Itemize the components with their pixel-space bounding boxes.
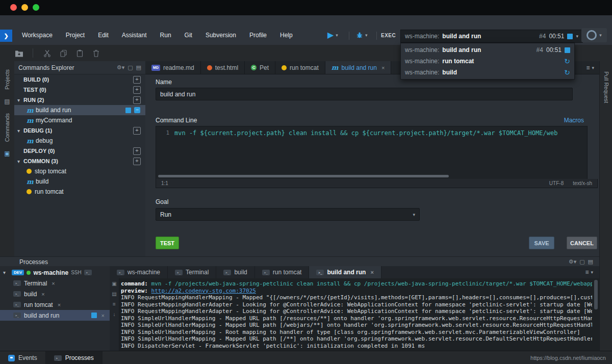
test-button[interactable]: TEST: [156, 237, 179, 249]
editor-tab-readme-md[interactable]: MDreadme.md: [145, 61, 201, 74]
maximize-panel-icon[interactable]: ▤: [588, 258, 593, 265]
add-command-button[interactable]: +: [133, 86, 141, 94]
process-tab-build[interactable]: >_build: [216, 266, 254, 278]
editor-tab-run-tomcat[interactable]: run tomcat: [275, 61, 325, 74]
add-command-button[interactable]: +: [133, 158, 141, 165]
save-button[interactable]: SAVE: [529, 237, 554, 249]
projects-panel-tab[interactable]: Projects: [4, 69, 10, 90]
close-process-icon[interactable]: ×: [41, 291, 44, 297]
vertical-scrollbar[interactable]: [594, 280, 598, 309]
close-tab-icon[interactable]: ×: [370, 269, 373, 275]
process-item-build-and-run[interactable]: >_build and run×: [0, 310, 110, 321]
close-process-icon[interactable]: ×: [101, 313, 105, 319]
dropdown-process-build[interactable]: ws-machine:build↻: [401, 67, 574, 78]
machine-perspective-button[interactable]: ▾: [581, 28, 607, 42]
macros-link[interactable]: Macros: [564, 117, 584, 124]
command-group-run-2[interactable]: ▾RUN (2)+: [14, 95, 145, 105]
command-group-deploy-0[interactable]: DEPLOY (0)+: [14, 146, 145, 156]
process-item-run-tomcat[interactable]: >_run tomcat×: [0, 299, 110, 310]
rerun-process-icon[interactable]: ↻: [564, 58, 570, 65]
menu-help[interactable]: Help: [273, 32, 299, 39]
import-project-button[interactable]: [14, 48, 23, 58]
che-logo-icon[interactable]: ❯: [0, 30, 12, 42]
menu-subversion[interactable]: Subversion: [199, 32, 243, 39]
close-window-button[interactable]: [10, 4, 17, 11]
command-item-build[interactable]: mbuild: [14, 176, 145, 187]
add-command-button[interactable]: +: [133, 96, 141, 104]
command-line-editor[interactable]: 1 mvn -f ${current.project.path} clean i…: [156, 126, 588, 180]
menu-git[interactable]: Git: [178, 32, 199, 39]
process-tab-ws-machine[interactable]: >_ws-machine: [110, 266, 168, 278]
process-tab-terminal[interactable]: >_Terminal: [168, 266, 216, 278]
add-command-button[interactable]: +: [133, 76, 141, 84]
goal-select[interactable]: Run ▾: [156, 208, 420, 221]
close-process-icon[interactable]: ×: [58, 302, 61, 308]
stop-process-icon[interactable]: [567, 34, 573, 39]
close-tab-icon[interactable]: ×: [381, 65, 385, 71]
gear-icon[interactable]: ⚙▾: [569, 258, 576, 265]
menu-profile[interactable]: Profile: [243, 32, 273, 39]
add-command-button[interactable]: +: [133, 147, 141, 155]
panel-icon[interactable]: ▤: [4, 98, 10, 105]
stop-process-icon[interactable]: [565, 47, 570, 53]
menu-workspace[interactable]: Workspace: [15, 32, 59, 39]
add-command-button[interactable]: +: [133, 127, 141, 135]
dropdown-process-run-tomcat[interactable]: ws-machine:run tomcat↻: [401, 56, 574, 67]
tab-list-menu-button[interactable]: ≡ ▾: [581, 61, 599, 74]
chevron-down-icon[interactable]: ▾: [576, 34, 578, 39]
stop-process-icon[interactable]: [91, 313, 97, 318]
horizontal-scrollbar[interactable]: [158, 175, 449, 177]
machine-panel-icon[interactable]: ▣: [4, 150, 10, 157]
process-item-build[interactable]: >_build×: [0, 289, 110, 299]
commands-panel-tab[interactable]: Commands: [4, 113, 10, 142]
command-item-debug[interactable]: mdebug: [14, 136, 145, 146]
process-machine-row[interactable]: ▾DEVws-machineSSH>_: [0, 267, 110, 278]
command-output-icon[interactable]: –: [134, 107, 140, 113]
minimize-window-button[interactable]: [21, 4, 28, 11]
command-item-run-tomcat[interactable]: run tomcat: [14, 187, 145, 197]
delete-button[interactable]: [91, 48, 100, 58]
copy-button[interactable]: [59, 48, 68, 58]
dropdown-process-build-and-run[interactable]: ws-machine:build and run#400:51: [401, 44, 574, 56]
debug-command-button[interactable]: ▾: [353, 28, 371, 42]
cancel-button[interactable]: CANCEL: [567, 237, 597, 249]
run-command-button[interactable]: ▶ ▾: [324, 28, 341, 42]
pull-request-panel-tab[interactable]: Pull Request: [603, 71, 609, 103]
terminal-icon[interactable]: >_: [84, 270, 92, 275]
command-item-mycommand[interactable]: mmyCommand: [14, 115, 145, 125]
process-item-terminal[interactable]: >_Terminal×: [0, 278, 110, 289]
command-group-common-3[interactable]: ▾COMMON (3)+: [14, 156, 145, 166]
events-tab[interactable]: Events: [0, 351, 46, 364]
wrap-lines-icon[interactable]: ≡: [113, 301, 116, 307]
gear-icon[interactable]: ⚙▾: [117, 64, 124, 71]
paste-button[interactable]: [75, 48, 84, 58]
tab-list-menu-button[interactable]: ≡▾: [579, 266, 599, 278]
menu-assistant[interactable]: Assistant: [115, 32, 154, 39]
command-group-debug-1[interactable]: ▾DEBUG (1)+: [14, 125, 145, 136]
processes-tab[interactable]: >_ Processes: [46, 351, 103, 364]
process-tab-build-and-run[interactable]: >_build and run×: [309, 266, 381, 278]
clear-console-icon[interactable]: ▤: [112, 291, 116, 297]
minimize-panel-icon[interactable]: ▢: [128, 64, 133, 71]
editor-tab-test-html[interactable]: test.html: [201, 61, 245, 74]
menu-run[interactable]: Run: [154, 32, 178, 39]
scroll-to-top-icon[interactable]: ▣: [112, 281, 116, 287]
running-stop-icon[interactable]: [125, 108, 131, 113]
rerun-process-icon[interactable]: ↻: [564, 69, 570, 76]
command-group-test-0[interactable]: TEST (0)+: [14, 85, 145, 95]
editor-tab-pet[interactable]: CPet: [245, 61, 275, 74]
command-item-build-and-run[interactable]: mbuild and run–: [14, 105, 145, 115]
zoom-window-button[interactable]: [33, 4, 39, 11]
command-name-input[interactable]: [156, 88, 573, 100]
cut-button[interactable]: [42, 48, 52, 58]
process-tab-run-tomcat[interactable]: >_run tomcat: [255, 266, 310, 278]
scroll-to-bottom-icon[interactable]: ↓: [113, 311, 116, 317]
command-group-build-0[interactable]: BUILD (0)+: [14, 74, 145, 85]
menu-project[interactable]: Project: [59, 32, 91, 39]
minimize-panel-icon[interactable]: ▢: [579, 258, 584, 265]
preview-link[interactable]: http://a2.codenvy-stg.com:37025: [151, 288, 256, 294]
menu-edit[interactable]: Edit: [91, 32, 115, 39]
close-process-icon[interactable]: ×: [52, 280, 55, 287]
editor-tab-build-and-run[interactable]: mbuild and run×: [325, 61, 392, 74]
run-configuration-selector[interactable]: ws-machine: build and run #4 00:51 ▾: [400, 30, 583, 43]
